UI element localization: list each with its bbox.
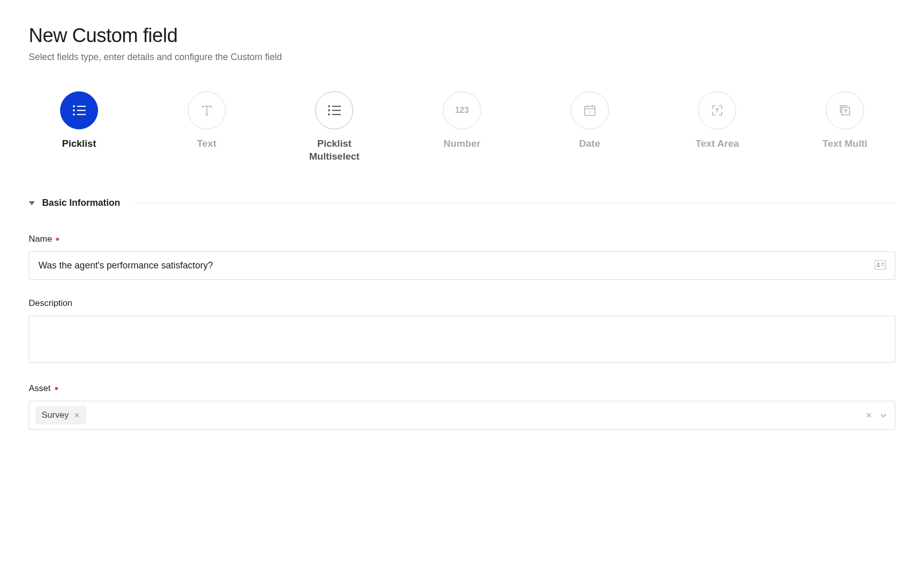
field-type-label: Text Multi xyxy=(822,138,867,150)
field-type-label: Date xyxy=(579,138,600,150)
field-type-selector: Picklist Text Picklist Multiselect 123 N xyxy=(43,91,881,163)
asset-chip-survey: Survey ✕ xyxy=(35,406,86,424)
number-icon: 123 xyxy=(443,91,481,129)
asset-select[interactable]: Survey ✕ ✕ xyxy=(29,401,895,430)
page-subtitle: Select fields type, enter details and co… xyxy=(29,52,895,63)
field-type-label: Picklist Multiselect xyxy=(298,138,370,163)
svg-rect-17 xyxy=(881,263,884,264)
svg-point-16 xyxy=(877,263,879,265)
name-input[interactable] xyxy=(29,251,895,280)
field-type-label: Number xyxy=(444,138,480,150)
svg-rect-18 xyxy=(881,265,884,266)
svg-rect-9 xyxy=(332,110,341,111)
section-header-basic-information: Basic Information xyxy=(29,198,895,208)
field-type-number[interactable]: 123 Number xyxy=(426,91,498,150)
field-type-label: Picklist xyxy=(62,138,97,150)
svg-point-6 xyxy=(328,105,330,107)
page-title: New Custom field xyxy=(29,25,895,47)
text-icon xyxy=(188,91,226,129)
svg-rect-11 xyxy=(332,114,341,115)
svg-point-10 xyxy=(328,113,330,115)
section-divider xyxy=(134,203,895,203)
field-type-text[interactable]: Text xyxy=(171,91,243,150)
section-title: Basic Information xyxy=(42,198,120,208)
svg-point-4 xyxy=(73,113,75,115)
description-label: Description xyxy=(29,298,895,308)
field-type-label: Text Area xyxy=(696,138,739,150)
chevron-down-icon[interactable] xyxy=(878,409,889,422)
svg-rect-3 xyxy=(77,110,86,111)
picklist-icon xyxy=(60,91,98,129)
svg-point-2 xyxy=(73,109,75,111)
required-indicator xyxy=(55,387,58,390)
field-type-text-area[interactable]: Text Area xyxy=(681,91,753,150)
asset-label: Asset xyxy=(29,383,895,394)
svg-rect-5 xyxy=(77,114,86,115)
chip-remove-icon[interactable]: ✕ xyxy=(74,412,80,419)
field-type-picklist-multiselect[interactable]: Picklist Multiselect xyxy=(298,91,370,163)
clear-icon[interactable]: ✕ xyxy=(863,409,874,422)
svg-point-8 xyxy=(328,109,330,111)
text-area-icon xyxy=(698,91,736,129)
field-type-label: Text xyxy=(197,138,217,150)
field-type-text-multi[interactable]: Text Multi xyxy=(809,91,881,150)
disclosure-triangle-icon[interactable] xyxy=(29,201,35,205)
id-card-icon[interactable] xyxy=(875,260,886,271)
name-label: Name xyxy=(29,234,895,244)
field-type-picklist[interactable]: Picklist xyxy=(43,91,115,150)
required-indicator xyxy=(56,238,59,241)
picklist-icon xyxy=(315,91,353,129)
svg-rect-1 xyxy=(77,106,86,107)
svg-text:1: 1 xyxy=(588,110,591,114)
calendar-icon: 1 xyxy=(571,91,609,129)
svg-point-0 xyxy=(73,105,75,107)
text-multi-icon xyxy=(826,91,864,129)
svg-rect-7 xyxy=(332,106,341,107)
field-type-date[interactable]: 1 Date xyxy=(554,91,626,150)
description-input[interactable] xyxy=(29,316,895,363)
